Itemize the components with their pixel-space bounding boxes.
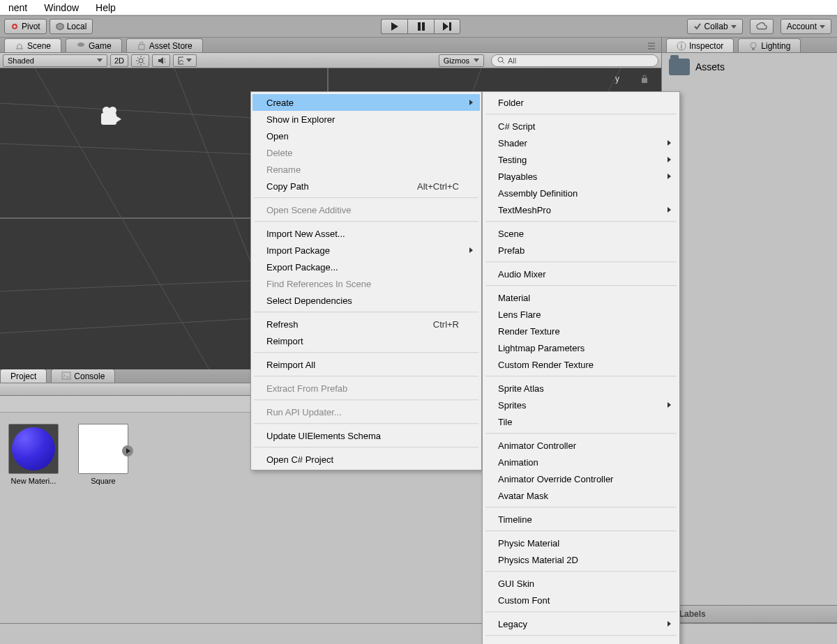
menu-item-label: Extract From Prefab bbox=[266, 383, 347, 394]
tab-lighting-label: Lighting bbox=[761, 41, 790, 51]
play-badge-icon bbox=[122, 445, 133, 457]
create-menu-item[interactable]: Animation bbox=[484, 454, 678, 470]
context-menu-item[interactable]: Update UIElements Schema bbox=[252, 427, 480, 444]
create-menu-item[interactable]: Prefab bbox=[484, 242, 678, 259]
create-menu-item[interactable]: Animator Override Controller bbox=[484, 470, 678, 487]
tab-lighting[interactable]: Lighting bbox=[738, 38, 801, 52]
menu-item-label: Physics Material 2D bbox=[498, 555, 578, 565]
tab-inspector[interactable]: i Inspector bbox=[666, 38, 734, 52]
scene-tabbar: Scene Game Asset Store bbox=[0, 38, 661, 53]
local-label: Local bbox=[67, 22, 87, 31]
context-menu-item[interactable]: Create bbox=[252, 94, 480, 111]
menu-item-shortcut: Alt+Ctrl+C bbox=[389, 181, 459, 192]
game-icon bbox=[76, 41, 86, 51]
create-menu-item[interactable]: Physics Material 2D bbox=[484, 551, 678, 568]
create-menu-item[interactable]: Render Texture bbox=[484, 323, 678, 339]
lock-icon[interactable] bbox=[640, 74, 649, 84]
create-menu-item[interactable]: Shader bbox=[484, 135, 678, 151]
step-button[interactable] bbox=[434, 19, 460, 34]
mode-2d-button[interactable]: 2D bbox=[110, 54, 128, 67]
menu-component[interactable]: nent bbox=[0, 1, 36, 15]
create-menu-item[interactable]: Tile bbox=[484, 413, 678, 430]
create-menu-item[interactable]: Sprites bbox=[484, 397, 678, 413]
folder-icon bbox=[669, 59, 690, 75]
play-button[interactable] bbox=[381, 19, 407, 34]
tab-asset-store[interactable]: Asset Store bbox=[126, 38, 203, 52]
menu-item-label: Physic Material bbox=[498, 538, 559, 549]
context-menu-item[interactable]: Copy PathAlt+Ctrl+C bbox=[252, 178, 480, 194]
create-menu-item[interactable]: Testing bbox=[484, 151, 678, 168]
create-menu-item[interactable]: Material bbox=[484, 289, 678, 306]
context-menu-item: Find References In Scene bbox=[252, 275, 480, 292]
cloud-button[interactable] bbox=[750, 19, 774, 34]
effects-dropdown[interactable] bbox=[173, 54, 197, 67]
context-menu-item[interactable]: RefreshCtrl+R bbox=[252, 316, 480, 332]
check-icon bbox=[693, 22, 702, 31]
context-menu-item[interactable]: Show in Explorer bbox=[252, 111, 480, 128]
create-menu-item[interactable]: Custom Font bbox=[484, 592, 678, 608]
create-menu-separator bbox=[485, 285, 677, 286]
create-menu-item[interactable]: Assembly Definition bbox=[484, 185, 678, 201]
chevron-right-icon bbox=[469, 100, 473, 105]
scene-search[interactable]: All bbox=[491, 54, 658, 67]
menu-window[interactable]: Window bbox=[36, 1, 87, 15]
create-menu-item[interactable]: Lightmap Parameters bbox=[484, 339, 678, 356]
asset-item-sprite[interactable]: Square bbox=[75, 424, 131, 612]
light-toggle[interactable] bbox=[131, 54, 149, 67]
create-menu-item[interactable]: Animator Controller bbox=[484, 437, 678, 454]
create-menu-item[interactable]: Scene bbox=[484, 225, 678, 242]
pivot-button[interactable]: Pivot bbox=[4, 19, 47, 34]
menu-item-label: Assembly Definition bbox=[498, 188, 578, 199]
context-menu-item[interactable]: Open bbox=[252, 128, 480, 144]
create-menu-item[interactable]: TextMeshPro bbox=[484, 201, 678, 218]
asset-labels-header[interactable]: set Labels bbox=[662, 605, 837, 623]
local-button[interactable]: Local bbox=[50, 19, 93, 34]
context-menu-separator bbox=[254, 221, 478, 222]
gizmos-dropdown[interactable]: Gizmos bbox=[439, 54, 484, 67]
collab-button[interactable]: Collab bbox=[687, 19, 743, 34]
shading-dropdown[interactable]: Shaded bbox=[3, 54, 107, 67]
create-menu-item[interactable]: UIElements View bbox=[484, 639, 678, 644]
right-column: i Inspector Lighting Assets set Labels bbox=[661, 38, 837, 644]
panel-options-button[interactable] bbox=[644, 40, 658, 52]
create-menu-item[interactable]: Sprite Atlas bbox=[484, 380, 678, 397]
create-menu-item[interactable]: Playables bbox=[484, 168, 678, 185]
menu-item-label: Show in Explorer bbox=[266, 114, 335, 125]
create-menu-item[interactable]: Timeline bbox=[484, 511, 678, 528]
menu-help[interactable]: Help bbox=[87, 1, 124, 15]
context-menu-item[interactable]: Export Package... bbox=[252, 259, 480, 275]
asset-item-material[interactable]: New Materi... bbox=[6, 424, 61, 612]
create-menu-item[interactable]: Folder bbox=[484, 94, 678, 111]
account-button[interactable]: Account bbox=[781, 19, 831, 34]
context-menu-item[interactable]: Reimport All bbox=[252, 356, 480, 373]
create-menu-item[interactable]: Legacy bbox=[484, 615, 678, 632]
tab-scene[interactable]: Scene bbox=[4, 38, 61, 52]
context-menu-item[interactable]: Import New Asset... bbox=[252, 225, 480, 242]
audio-toggle[interactable] bbox=[152, 54, 170, 67]
camera-gizmo[interactable] bbox=[101, 110, 125, 128]
tab-console[interactable]: Console bbox=[51, 369, 115, 383]
tab-game[interactable]: Game bbox=[66, 38, 122, 52]
tab-project[interactable]: Project bbox=[0, 369, 47, 383]
inspector-header: Assets bbox=[662, 53, 837, 81]
menu-item-label: Run API Updater... bbox=[266, 407, 342, 417]
menu-item-label: Testing bbox=[498, 155, 527, 165]
create-menu-item[interactable]: C# Script bbox=[484, 118, 678, 135]
menu-item-label: Shader bbox=[498, 138, 527, 148]
context-menu-item[interactable]: Import Package bbox=[252, 242, 480, 259]
create-menu-item[interactable]: Custom Render Texture bbox=[484, 356, 678, 373]
context-menu-item[interactable]: Select Dependencies bbox=[252, 292, 480, 309]
context-menu-item[interactable]: Open C# Project bbox=[252, 451, 480, 468]
create-menu-item[interactable]: Physic Material bbox=[484, 535, 678, 551]
chevron-down-icon bbox=[97, 59, 103, 62]
create-menu-item[interactable]: GUI Skin bbox=[484, 575, 678, 592]
create-menu-item[interactable]: Lens Flare bbox=[484, 306, 678, 323]
create-menu-item[interactable]: Avatar Mask bbox=[484, 487, 678, 504]
context-menu-separator bbox=[254, 447, 478, 448]
svg-point-32 bbox=[751, 43, 756, 48]
create-menu-item[interactable]: Audio Mixer bbox=[484, 266, 678, 282]
context-menu-item: Extract From Prefab bbox=[252, 380, 480, 397]
context-menu-item[interactable]: Reimport bbox=[252, 332, 480, 349]
pause-button[interactable] bbox=[407, 19, 434, 34]
menu-item-label: Delete bbox=[266, 148, 293, 158]
